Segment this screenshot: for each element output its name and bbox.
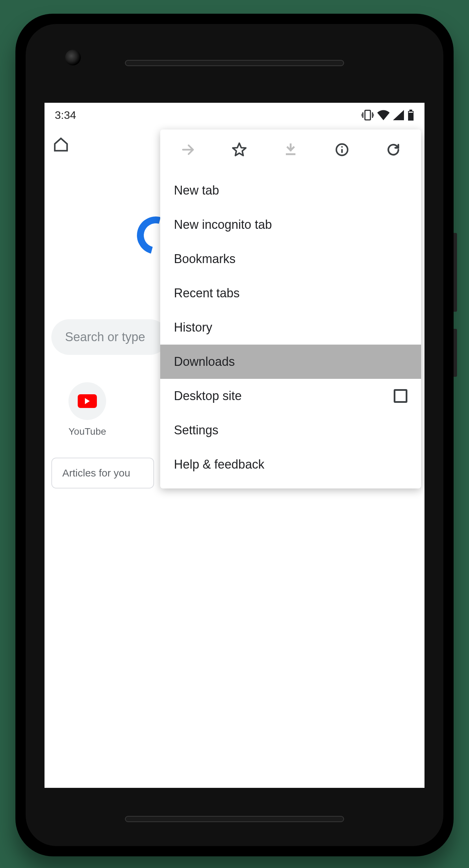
menu-item-label: Settings <box>174 423 218 437</box>
menu-item-label: Help & feedback <box>174 457 264 472</box>
menu-recent-tabs[interactable]: Recent tabs <box>160 276 421 310</box>
menu-item-label: Bookmarks <box>174 252 236 266</box>
menu-item-label: Recent tabs <box>174 286 240 300</box>
tile-icon-bg <box>68 382 106 420</box>
overflow-menu: New tab New incognito tab Bookmarks Rece… <box>160 129 421 488</box>
forward-icon <box>180 142 195 157</box>
youtube-icon <box>78 394 97 408</box>
power-button <box>454 329 457 377</box>
star-icon <box>231 142 247 158</box>
status-icons <box>362 110 414 121</box>
clock: 3:34 <box>55 109 76 122</box>
earpiece-top <box>125 60 344 66</box>
menu-item-label: New tab <box>174 183 219 198</box>
speaker-bottom <box>125 816 344 822</box>
menu-bookmarks[interactable]: Bookmarks <box>160 242 421 276</box>
svg-rect-7 <box>409 112 413 113</box>
info-button[interactable] <box>332 139 352 160</box>
menu-new-tab[interactable]: New tab <box>160 173 421 208</box>
volume-button <box>454 233 457 312</box>
phone-frame: 3:34 Search or type <box>15 14 454 856</box>
forward-button[interactable] <box>178 139 198 160</box>
svg-marker-9 <box>233 143 246 156</box>
svg-rect-11 <box>286 153 295 155</box>
bookmark-button[interactable] <box>229 139 250 160</box>
download-icon <box>283 142 298 157</box>
desktop-site-checkbox[interactable] <box>394 389 407 403</box>
menu-new-incognito-tab[interactable]: New incognito tab <box>160 208 421 242</box>
svg-marker-10 <box>287 148 294 152</box>
download-button[interactable] <box>280 139 301 160</box>
refresh-button[interactable] <box>383 139 404 160</box>
search-placeholder: Search or type <box>65 330 145 344</box>
svg-rect-0 <box>365 110 370 120</box>
menu-item-label: Downloads <box>174 355 235 369</box>
info-icon <box>334 142 350 157</box>
menu-item-label: Desktop site <box>174 389 242 403</box>
svg-rect-6 <box>409 110 412 111</box>
phone-bezel: 3:34 Search or type <box>26 24 443 846</box>
front-camera <box>65 50 81 65</box>
menu-item-label: New incognito tab <box>174 218 272 232</box>
menu-item-label: History <box>174 320 212 335</box>
articles-header: Articles for you <box>62 467 130 479</box>
home-button[interactable] <box>51 135 71 154</box>
screen: 3:34 Search or type <box>45 103 424 788</box>
tile-youtube[interactable]: YouTube <box>68 382 106 437</box>
articles-card[interactable]: Articles for you <box>51 458 154 488</box>
svg-point-14 <box>341 146 343 148</box>
menu-help-feedback[interactable]: Help & feedback <box>160 447 421 482</box>
signal-icon <box>393 110 404 120</box>
status-bar: 3:34 <box>45 103 424 127</box>
menu-downloads[interactable]: Downloads <box>160 345 421 379</box>
wifi-icon <box>377 110 390 120</box>
battery-icon <box>407 110 414 121</box>
menu-history[interactable]: History <box>160 310 421 345</box>
refresh-icon <box>386 142 401 157</box>
vibrate-icon <box>362 110 374 121</box>
home-icon <box>53 136 69 153</box>
menu-icon-row <box>160 129 421 170</box>
menu-settings[interactable]: Settings <box>160 413 421 447</box>
menu-items: New tab New incognito tab Bookmarks Rece… <box>160 170 421 488</box>
menu-desktop-site[interactable]: Desktop site <box>160 379 421 413</box>
search-box[interactable]: Search or type <box>51 319 168 355</box>
tile-label: YouTube <box>68 426 106 437</box>
